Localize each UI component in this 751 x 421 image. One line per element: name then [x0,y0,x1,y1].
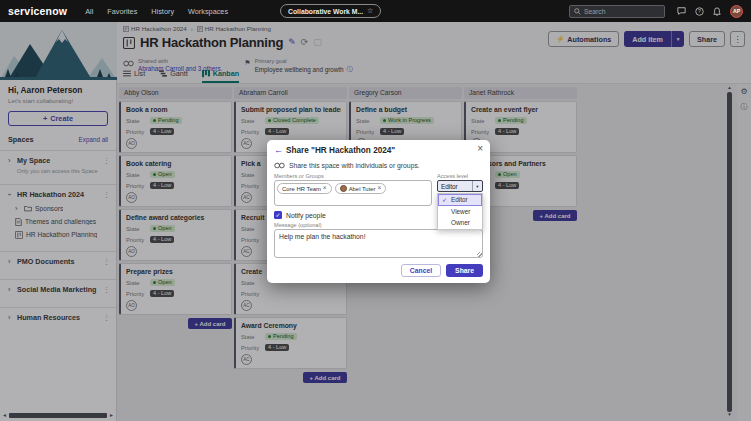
access-option-owner[interactable]: ✓Owner [438,217,482,229]
back-arrow-icon[interactable]: ← [274,146,283,155]
notify-label: Notify people [286,212,326,219]
workspace-pill-button[interactable]: Collaborative Work M... ☆ [280,4,381,18]
search-icon [574,8,581,15]
search-box [569,5,665,18]
cancel-button[interactable]: Cancel [401,264,441,277]
chip-avatar [340,185,347,192]
servicenow-logo[interactable]: servicenow [8,5,67,17]
access-level-listbox: ✓Editor✓Viewer✓Owner [437,193,483,230]
remove-chip-icon[interactable]: × [323,185,327,192]
nav-item-workspaces[interactable]: Workspaces [188,7,228,16]
modal-title: Share "HR Hackathon 2024" [286,146,395,155]
workspace-pill-label: Collaborative Work M... [288,8,363,15]
search-input[interactable] [584,8,660,15]
access-option-viewer[interactable]: ✓Viewer [438,206,482,218]
nav-item-all[interactable]: All [85,7,93,16]
share-people-icon [274,162,285,169]
svg-text:?: ? [698,8,701,14]
member-chip-abel-tuter[interactable]: Abel Tuter× [335,183,387,194]
members-input[interactable]: Core HR Team×Abel Tuter× [274,180,432,206]
check-icon: ✓ [442,196,449,203]
modal-description: Share this space with individuals or gro… [289,162,420,169]
top-nav: AllFavoritesHistoryWorkspaces [85,7,228,16]
resize-grip-icon[interactable] [477,252,482,257]
member-chip-core-hr-team[interactable]: Core HR Team× [277,183,332,194]
notify-checkbox[interactable]: ✓ [274,211,282,219]
star-icon[interactable]: ☆ [367,7,373,15]
caret-down-icon: ▾ [472,181,482,191]
topbar: servicenow AllFavoritesHistoryWorkspaces… [0,0,751,22]
members-label: Members or Groups [274,173,324,179]
chat-icon[interactable] [677,7,686,15]
message-label: Message (optional) [274,222,322,228]
app-window: servicenow AllFavoritesHistoryWorkspaces… [0,0,751,421]
share-modal: ← Share "HR Hackathon 2024" × Share this… [267,140,490,283]
notify-people-option: ✓ Notify people [274,211,326,219]
access-level-select[interactable]: Editor ▾ [437,180,483,192]
access-option-editor[interactable]: ✓Editor [438,194,482,206]
topbar-icons: ? [677,7,721,16]
share-submit-button[interactable]: Share [446,264,483,277]
notifications-bell-icon[interactable] [713,7,721,16]
remove-chip-icon[interactable]: × [378,185,382,192]
message-textarea[interactable]: Help me plan the hackathon! [274,229,483,258]
nav-item-history[interactable]: History [151,7,174,16]
close-icon[interactable]: × [477,144,483,154]
nav-item-favorites[interactable]: Favorites [107,7,137,16]
access-level-label: Access level [437,173,468,179]
user-avatar[interactable]: AP [730,5,743,18]
help-icon[interactable]: ? [695,7,704,16]
